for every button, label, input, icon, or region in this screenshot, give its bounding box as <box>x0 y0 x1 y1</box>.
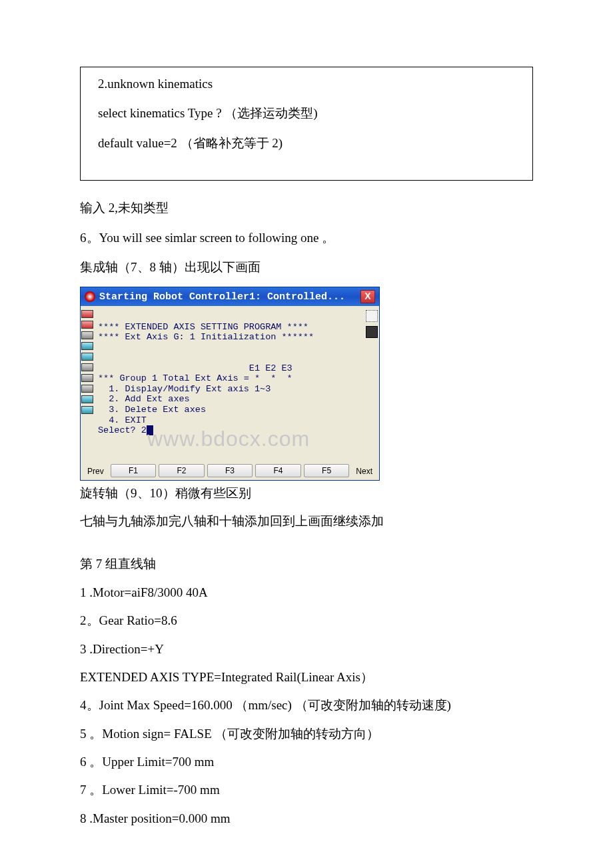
tab-square-icon[interactable] <box>81 321 93 329</box>
after-p12: 8 .Master position=0.000 mm <box>80 809 533 829</box>
body-p3: 集成轴（7、8 轴）出现以下画面 <box>80 257 533 277</box>
after-p1: 旋转轴（9、10）稍微有些区别 <box>80 483 533 503</box>
f4-button[interactable]: F4 <box>255 464 301 477</box>
tab-square-icon[interactable] <box>81 363 93 371</box>
fn-group: F1 F2 F3 F4 F5 <box>111 464 350 477</box>
close-button[interactable]: X <box>360 290 375 303</box>
after-p5: 2。Gear Ratio=8.6 <box>80 611 533 631</box>
after-p7: EXTENDED AXIS TYPE=Integrated Rail(Linea… <box>80 667 533 687</box>
xp-window: Starting Robot Controller1: Controlled..… <box>80 287 380 480</box>
robot-icon <box>85 291 95 302</box>
tab-square-icon[interactable] <box>81 331 93 339</box>
after-p6: 3 .Direction=+Y <box>80 639 533 659</box>
f3-button[interactable]: F3 <box>207 464 253 477</box>
keyboard-icon[interactable] <box>366 326 378 338</box>
after-p9: 5 。Motion sign= FALSE （可改变附加轴的转动方向） <box>80 724 533 744</box>
spacer <box>80 539 533 546</box>
after-p11: 7 。Lower Limit=-700 mm <box>80 780 533 800</box>
xp-body: **** EXTENDED AXIS SETTING PROGRAM **** … <box>81 306 379 461</box>
after-p10: 6 。Upper Limit=700 mm <box>80 752 533 772</box>
document-page: 2.unknown kinematics select kinematics T… <box>0 0 613 868</box>
body-p1: 输入 2,未知类型 <box>80 198 533 218</box>
prev-button[interactable]: Prev <box>83 465 108 477</box>
terminal-output: **** EXTENDED AXIS SETTING PROGRAM **** … <box>94 306 364 461</box>
boxed-line-2: select kinematics Type ? （选择运动类型) <box>98 103 515 123</box>
tab-square-icon[interactable] <box>81 395 93 403</box>
xp-titlebar[interactable]: Starting Robot Controller1: Controlled..… <box>81 287 379 306</box>
tab-square-icon[interactable] <box>81 406 93 414</box>
f5-button[interactable]: F5 <box>304 464 350 477</box>
tab-square-icon[interactable] <box>81 342 93 350</box>
watermark-text: www.bdocx.com <box>147 427 310 451</box>
tab-square-icon[interactable] <box>81 374 93 382</box>
function-key-row: Prev F1 F2 F3 F4 F5 Next <box>81 462 379 480</box>
boxed-section: 2.unknown kinematics select kinematics T… <box>80 67 533 181</box>
after-p2: 七轴与九轴添加完八轴和十轴添加回到上画面继续添加 <box>80 511 533 531</box>
body-text: 输入 2,未知类型 6。You will see simlar screen t… <box>80 198 533 277</box>
f2-button[interactable]: F2 <box>159 464 205 477</box>
tab-square-icon[interactable] <box>81 353 93 361</box>
after-text: 旋转轴（9、10）稍微有些区别 七轴与九轴添加完八轴和十轴添加回到上画面继续添加… <box>80 483 533 829</box>
right-tool-strip <box>364 306 379 461</box>
f1-button[interactable]: F1 <box>111 464 157 477</box>
close-icon: X <box>364 291 370 301</box>
tab-square-icon[interactable] <box>81 310 93 318</box>
window-icon[interactable] <box>366 310 378 322</box>
terminal-text: **** EXTENDED AXIS SETTING PROGRAM **** … <box>98 322 314 435</box>
next-button[interactable]: Next <box>352 465 376 477</box>
after-p8: 4。Joint Max Speed=160.000 （mm/sec) （可改变附… <box>80 695 533 715</box>
after-p4: 1 .Motor=aiF8/3000 40A <box>80 583 533 603</box>
boxed-line-3: default value=2 （省略补充等于 2) <box>98 133 515 153</box>
left-tab-strip <box>81 306 94 461</box>
boxed-line-1: 2.unknown kinematics <box>98 74 515 94</box>
tab-square-icon[interactable] <box>81 385 93 393</box>
after-p3: 第 7 组直线轴 <box>80 554 533 574</box>
body-p2: 6。You will see simlar screen to followin… <box>80 228 533 248</box>
xp-title-text: Starting Robot Controller1: Controlled..… <box>99 291 360 303</box>
